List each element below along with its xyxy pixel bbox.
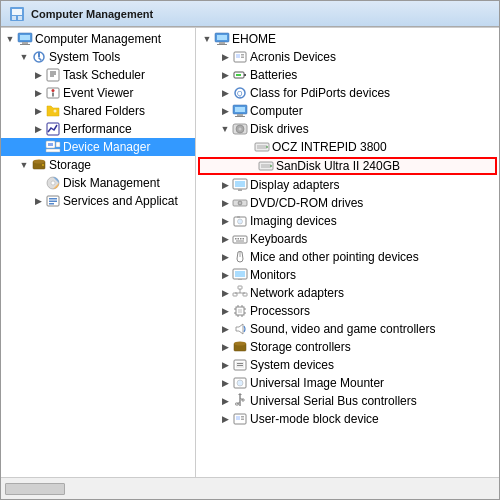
tree-item-device-manager[interactable]: Device Manager bbox=[1, 138, 195, 156]
right-tree-mice[interactable]: ▶ Mice and other pointing devices bbox=[196, 248, 499, 266]
expand-sandisk[interactable] bbox=[244, 159, 258, 173]
right-tree-acronis[interactable]: ▶ Acronis Devices bbox=[196, 48, 499, 66]
icon-event-viewer bbox=[45, 85, 61, 101]
tree-item-event-viewer[interactable]: ▶ Event Viewer bbox=[1, 84, 195, 102]
expand-imaging[interactable]: ▶ bbox=[218, 214, 232, 228]
label-computer-r: Computer bbox=[250, 104, 303, 118]
expand-universal-image[interactable]: ▶ bbox=[218, 376, 232, 390]
expand-system-dev[interactable]: ▶ bbox=[218, 358, 232, 372]
expand-sound[interactable]: ▶ bbox=[218, 322, 232, 336]
right-tree-usb[interactable]: ▶ Universal Serial Bus controllers bbox=[196, 392, 499, 410]
label-acronis: Acronis Devices bbox=[250, 50, 336, 64]
right-tree-keyboards[interactable]: ▶ Keyboards bbox=[196, 230, 499, 248]
expand-keyboards[interactable]: ▶ bbox=[218, 232, 232, 246]
icon-storage bbox=[31, 157, 47, 173]
expand-storage-ctrl[interactable]: ▶ bbox=[218, 340, 232, 354]
icon-system-dev bbox=[232, 357, 248, 373]
expand-performance[interactable]: ▶ bbox=[31, 122, 45, 136]
expand-computer[interactable]: ▶ bbox=[218, 104, 232, 118]
title-text: Computer Management bbox=[31, 8, 153, 20]
right-tree-network[interactable]: ▶ Network adapters bbox=[196, 284, 499, 302]
svg-rect-36 bbox=[217, 44, 227, 45]
right-tree-dvd[interactable]: ▶ DVD/CD-ROM drives bbox=[196, 194, 499, 212]
icon-user-mode bbox=[232, 411, 248, 427]
svg-rect-5 bbox=[20, 35, 30, 40]
svg-rect-61 bbox=[238, 189, 242, 191]
expand-batteries[interactable]: ▶ bbox=[218, 68, 232, 82]
right-tree-batteries[interactable]: ▶ Batteries bbox=[196, 66, 499, 84]
svg-rect-1 bbox=[12, 9, 22, 15]
label-storage-ctrl: Storage controllers bbox=[250, 340, 351, 354]
label-usb: Universal Serial Bus controllers bbox=[250, 394, 417, 408]
expand-network[interactable]: ▶ bbox=[218, 286, 232, 300]
label-shared-folders: Shared Folders bbox=[63, 104, 145, 118]
svg-rect-38 bbox=[236, 54, 240, 58]
expand-display[interactable]: ▶ bbox=[218, 178, 232, 192]
right-tree-root[interactable]: ▼ EHOME bbox=[196, 30, 499, 48]
svg-rect-72 bbox=[243, 238, 245, 240]
tree-item-task-scheduler[interactable]: ▶ Task Scheduler bbox=[1, 66, 195, 84]
expand-shared-folders[interactable]: ▶ bbox=[31, 104, 45, 118]
status-scrollbar[interactable] bbox=[5, 483, 65, 495]
label-system-dev: System devices bbox=[250, 358, 334, 372]
expand-computer-management[interactable]: ▼ bbox=[3, 32, 17, 46]
right-tree-ocz[interactable]: OCZ INTREPID 3800 bbox=[196, 138, 499, 156]
expand-storage[interactable]: ▼ bbox=[17, 158, 31, 172]
svg-rect-80 bbox=[243, 293, 247, 296]
right-tree-computer[interactable]: ▶ Computer bbox=[196, 102, 499, 120]
svg-rect-78 bbox=[238, 286, 242, 289]
tree-item-computer-management[interactable]: ▼ Computer Management bbox=[1, 30, 195, 48]
right-tree-display[interactable]: ▶ Display adapters bbox=[196, 176, 499, 194]
expand-system-tools[interactable]: ▼ bbox=[17, 50, 31, 64]
tree-item-system-tools[interactable]: ▼ System Tools bbox=[1, 48, 195, 66]
expand-acronis[interactable]: ▶ bbox=[218, 50, 232, 64]
left-panel[interactable]: ▼ Computer Management ▼ bbox=[1, 28, 196, 477]
right-tree-storage-ctrl[interactable]: ▶ Storage controllers bbox=[196, 338, 499, 356]
right-tree-imaging[interactable]: ▶ Imaging devices bbox=[196, 212, 499, 230]
expand-services[interactable]: ▶ bbox=[31, 194, 45, 208]
expand-device-manager[interactable] bbox=[31, 140, 45, 154]
expand-task-scheduler[interactable]: ▶ bbox=[31, 68, 45, 82]
right-tree-processors[interactable]: ▶ Processors bbox=[196, 302, 499, 320]
right-tree-sandisk[interactable]: SanDisk Ultra II 240GB bbox=[198, 157, 497, 175]
expand-disk-management[interactable] bbox=[31, 176, 45, 190]
right-tree-disk-drives[interactable]: ▼ Disk drives bbox=[196, 120, 499, 138]
icon-ocz bbox=[254, 139, 270, 155]
right-tree-monitors[interactable]: ▶ Monitors bbox=[196, 266, 499, 284]
icon-performance bbox=[45, 121, 61, 137]
expand-user-mode[interactable]: ▶ bbox=[218, 412, 232, 426]
expand-dvd[interactable]: ▶ bbox=[218, 196, 232, 210]
right-tree-class-pdi[interactable]: ▶ Q Class for PdiPorts devices bbox=[196, 84, 499, 102]
icon-computer-r bbox=[232, 103, 248, 119]
expand-ocz[interactable] bbox=[240, 140, 254, 154]
expand-processors[interactable]: ▶ bbox=[218, 304, 232, 318]
icon-keyboards bbox=[232, 231, 248, 247]
tree-item-shared-folders[interactable]: ▶ Shared Folders bbox=[1, 102, 195, 120]
svg-rect-23 bbox=[46, 149, 60, 152]
tree-item-services[interactable]: ▶ Services and Applicat bbox=[1, 192, 195, 210]
expand-monitors[interactable]: ▶ bbox=[218, 268, 232, 282]
svg-rect-57 bbox=[261, 164, 271, 168]
tree-item-performance[interactable]: ▶ Performance bbox=[1, 120, 195, 138]
right-tree-universal-image[interactable]: ▶ Universal Image Mounter bbox=[196, 374, 499, 392]
svg-rect-48 bbox=[237, 114, 243, 116]
label-network: Network adapters bbox=[250, 286, 344, 300]
label-mice: Mice and other pointing devices bbox=[250, 250, 419, 264]
tree-item-disk-management[interactable]: Disk Management bbox=[1, 174, 195, 192]
right-tree-system-dev[interactable]: ▶ System devices bbox=[196, 356, 499, 374]
right-panel[interactable]: ▼ EHOME ▶ Acronis Devices bbox=[196, 28, 499, 477]
expand-mice[interactable]: ▶ bbox=[218, 250, 232, 264]
label-performance: Performance bbox=[63, 122, 132, 136]
tree-item-storage[interactable]: ▼ Storage bbox=[1, 156, 195, 174]
svg-point-55 bbox=[266, 146, 268, 148]
right-tree-sound[interactable]: ▶ Sound, video and game controllers bbox=[196, 320, 499, 338]
expand-disk-drives[interactable]: ▼ bbox=[218, 122, 232, 136]
right-tree-user-mode[interactable]: ▶ User-mode block device bbox=[196, 410, 499, 428]
expand-class-pdi[interactable]: ▶ bbox=[218, 86, 232, 100]
expand-ehome[interactable]: ▼ bbox=[200, 32, 214, 46]
label-storage: Storage bbox=[49, 158, 91, 172]
expand-event-viewer[interactable]: ▶ bbox=[31, 86, 45, 100]
expand-usb[interactable]: ▶ bbox=[218, 394, 232, 408]
label-ocz: OCZ INTREPID 3800 bbox=[272, 140, 387, 154]
icon-display bbox=[232, 177, 248, 193]
